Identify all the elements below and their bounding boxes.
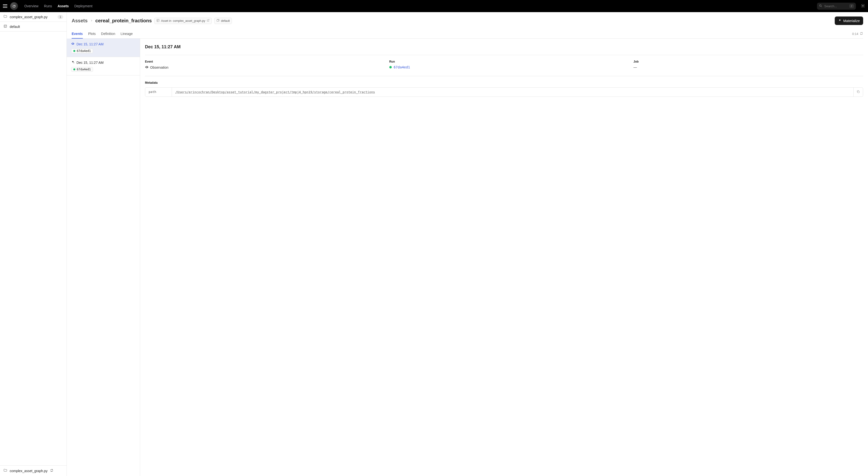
run-id: 67da4ed1 bbox=[77, 68, 91, 71]
copy-button[interactable] bbox=[854, 88, 863, 97]
nav-deployment[interactable]: Deployment bbox=[72, 3, 95, 9]
sidebar-item-label: default bbox=[10, 25, 20, 29]
sidebar-item-default[interactable]: default bbox=[0, 22, 66, 32]
nav-links: Overview Runs Assets Deployment bbox=[22, 3, 95, 9]
refresh-icon[interactable] bbox=[860, 32, 863, 36]
job-col: Job — bbox=[633, 60, 863, 70]
content-header: Assets cereal_protein_fractions Asset in… bbox=[67, 12, 868, 39]
main-container: complex_asset_graph.py 1 default complex… bbox=[0, 12, 868, 476]
nav-assets[interactable]: Assets bbox=[55, 3, 71, 9]
tabs-row: Events Plots Definition Lineage 0:14 bbox=[72, 29, 863, 39]
svg-point-1 bbox=[819, 5, 821, 6]
folder-icon bbox=[3, 14, 7, 19]
hamburger-menu-icon[interactable] bbox=[3, 4, 8, 8]
metadata-table: path /Users/erincochran/Desktop/asset_tu… bbox=[145, 87, 863, 97]
event-col: Event Observation bbox=[145, 60, 375, 70]
svg-rect-13 bbox=[858, 91, 860, 93]
svg-point-12 bbox=[147, 67, 147, 67]
chip-label: default bbox=[221, 19, 230, 23]
event-label: Event bbox=[145, 60, 375, 63]
event-time: Dec 15, 11:27 AM bbox=[76, 61, 103, 65]
event-type-text: Observation bbox=[150, 66, 168, 69]
app-logo[interactable] bbox=[10, 2, 18, 10]
reload-icon[interactable] bbox=[50, 469, 54, 473]
sidebar-footer[interactable]: complex_asset_graph.py bbox=[0, 465, 66, 476]
observation-icon bbox=[71, 42, 74, 46]
refresh-timer[interactable]: 0:14 bbox=[852, 32, 863, 36]
events-list: Dec 15, 11:27 AM 67da4ed1 Dec 15, 11:27 … bbox=[67, 39, 140, 476]
job-label: Job bbox=[633, 60, 863, 63]
divider bbox=[145, 55, 863, 55]
metadata-value: /Users/erincochran/Desktop/asset_tutoria… bbox=[172, 88, 854, 97]
copy-icon bbox=[857, 90, 860, 94]
search-icon bbox=[819, 4, 822, 8]
materialization-icon bbox=[71, 60, 74, 65]
materialize-button[interactable]: Materialize bbox=[835, 16, 863, 25]
tab-definition[interactable]: Definition bbox=[101, 29, 115, 39]
status-dot bbox=[389, 66, 392, 68]
run-link[interactable]: 67da4ed1 bbox=[389, 65, 619, 69]
detail-summary-row: Event Observation Run 67da4ed1 bbox=[145, 60, 863, 70]
sidebar: complex_asset_graph.py 1 default complex… bbox=[0, 12, 67, 476]
body-split: Dec 15, 11:27 AM 67da4ed1 Dec 15, 11:27 … bbox=[67, 39, 868, 476]
breadcrumb-row: Assets cereal_protein_fractions Asset in… bbox=[72, 16, 863, 25]
run-col: Run 67da4ed1 bbox=[389, 60, 619, 70]
svg-rect-7 bbox=[157, 19, 159, 22]
asset-icon bbox=[3, 24, 7, 29]
event-item[interactable]: Dec 15, 11:27 AM 67da4ed1 bbox=[67, 39, 140, 57]
gear-icon[interactable] bbox=[861, 4, 865, 9]
sidebar-item-label: complex_asset_graph.py bbox=[10, 15, 48, 19]
breadcrumb-root[interactable]: Assets bbox=[72, 18, 88, 24]
materialize-label: Materialize bbox=[843, 19, 860, 23]
asset-location-chip[interactable]: Asset in complex_asset_graph.py bbox=[154, 18, 212, 24]
external-link-icon bbox=[207, 19, 210, 23]
observation-icon bbox=[145, 65, 149, 70]
run-id: 67da4ed1 bbox=[77, 49, 91, 53]
top-header: Overview Runs Assets Deployment / bbox=[0, 0, 868, 12]
svg-point-11 bbox=[73, 43, 73, 44]
nav-overview[interactable]: Overview bbox=[22, 3, 41, 9]
metadata-key: path bbox=[145, 88, 172, 97]
run-id-link[interactable]: 67da4ed1 bbox=[394, 65, 410, 69]
metadata-heading: Metadata bbox=[145, 81, 863, 84]
detail-panel: Dec 15, 11:27 AM Event Observation Ru bbox=[140, 39, 868, 476]
search-input[interactable] bbox=[824, 4, 847, 8]
sidebar-footer-label: complex_asset_graph.py bbox=[10, 469, 48, 473]
svg-rect-10 bbox=[217, 20, 219, 21]
svg-rect-4 bbox=[4, 25, 7, 28]
tab-events[interactable]: Events bbox=[72, 29, 83, 39]
detail-title: Dec 15, 11:27 AM bbox=[145, 44, 863, 49]
chip-prefix: Asset in bbox=[161, 19, 172, 23]
search-hotkey-hint: / bbox=[849, 4, 854, 8]
table-icon bbox=[156, 19, 160, 23]
event-time: Dec 15, 11:27 AM bbox=[76, 42, 103, 46]
content: Assets cereal_protein_fractions Asset in… bbox=[67, 12, 868, 476]
svg-line-2 bbox=[821, 6, 822, 7]
sidebar-item-repo[interactable]: complex_asset_graph.py 1 bbox=[0, 12, 66, 22]
status-dot bbox=[73, 68, 75, 70]
svg-point-0 bbox=[14, 6, 15, 6]
status-dot bbox=[73, 50, 75, 52]
svg-point-3 bbox=[862, 5, 864, 6]
sparkle-icon bbox=[838, 19, 841, 23]
chip-link[interactable]: complex_asset_graph.py bbox=[173, 19, 205, 23]
breadcrumb-current: cereal_protein_fractions bbox=[95, 18, 152, 24]
event-item[interactable]: Dec 15, 11:27 AM 67da4ed1 bbox=[67, 57, 140, 75]
folder-icon bbox=[3, 469, 7, 473]
nav-runs[interactable]: Runs bbox=[41, 3, 54, 9]
sidebar-item-badge: 1 bbox=[58, 15, 63, 19]
event-value: Observation bbox=[145, 65, 375, 70]
group-chip[interactable]: default bbox=[214, 18, 232, 24]
sidebar-list: complex_asset_graph.py 1 default bbox=[0, 12, 66, 465]
job-value: — bbox=[633, 65, 863, 69]
run-chip[interactable]: 67da4ed1 bbox=[71, 48, 93, 54]
tab-plots[interactable]: Plots bbox=[88, 29, 96, 39]
search-box[interactable]: / bbox=[817, 3, 856, 10]
run-chip[interactable]: 67da4ed1 bbox=[71, 67, 93, 72]
refresh-time-value: 0:14 bbox=[852, 32, 858, 36]
tab-lineage[interactable]: Lineage bbox=[120, 29, 133, 39]
asset-group-icon bbox=[216, 19, 220, 23]
run-label: Run bbox=[389, 60, 619, 63]
chevron-right-icon bbox=[90, 18, 93, 23]
